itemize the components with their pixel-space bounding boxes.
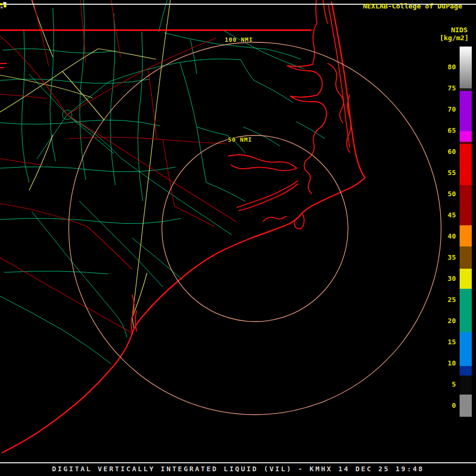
- colorbar-segments: [460, 47, 472, 417]
- colorbar-segment: [460, 332, 472, 366]
- colorbar-segment: [460, 269, 472, 289]
- colorbar-segment: [460, 131, 472, 142]
- road-segment: [67, 115, 236, 222]
- road-segment: [180, 62, 206, 182]
- product-caption: DIGITAL VERTICALLY INTEGRATED LIQUID (VI…: [0, 465, 476, 473]
- river-shoreline: [237, 181, 298, 207]
- highway-segment: [132, 0, 170, 328]
- road-segment: [296, 122, 325, 139]
- road-segment: [267, 49, 301, 59]
- colorbar-tick-label: 30: [437, 274, 456, 283]
- colorbar-tick-label: 35: [437, 253, 456, 262]
- road-segment: [163, 140, 175, 206]
- road-segment: [72, 118, 122, 159]
- colorbar-segment: [460, 185, 472, 225]
- colorbar-tick-label: 15: [437, 338, 456, 346]
- road-segment: [197, 127, 227, 135]
- colorbar-tick-label: 65: [437, 126, 456, 135]
- colorbar-tick-label: 5: [437, 380, 456, 389]
- road-segment: [241, 60, 254, 80]
- road-segment: [108, 59, 241, 82]
- road-segment: [0, 296, 111, 364]
- boundary-segment: [22, 29, 29, 182]
- range-ring-label-50nmi: 50 NMI: [228, 136, 252, 143]
- colorbar-tick-label: 45: [437, 211, 456, 219]
- boundary-segment: [0, 218, 181, 224]
- colorbar-segment: [460, 289, 472, 332]
- coast-segment: [328, 5, 350, 147]
- highway-segment: [132, 273, 147, 317]
- road-segment: [190, 40, 197, 74]
- colorbar-ticks: 80757065605550454035302520151050: [437, 0, 456, 476]
- colorbar-segment: [460, 91, 472, 131]
- river-shoreline: [239, 184, 298, 210]
- colorbar-tick-label: 55: [437, 169, 456, 177]
- road-segment: [32, 212, 113, 312]
- colorbar-tick-label: 40: [437, 232, 456, 241]
- road-segment: [67, 82, 108, 115]
- river-shoreline: [135, 311, 136, 331]
- radar-map: [0, 0, 476, 476]
- road-segment: [79, 201, 163, 287]
- colorbar-segment: [460, 395, 472, 417]
- road-segment: [222, 30, 304, 69]
- colorbar-tick-label: 80: [437, 63, 456, 71]
- colorbar-segment: [460, 225, 472, 246]
- colorbar-tick-label: 75: [437, 84, 456, 93]
- colorbar-segment: [460, 144, 472, 185]
- bottom-frame-line: [0, 462, 476, 463]
- sound-shoreline: [287, 23, 326, 127]
- colorbar-tick-label: 60: [437, 148, 456, 156]
- colorbar-tick-label: 70: [437, 105, 456, 114]
- road-segment: [67, 38, 216, 115]
- road-segment: [87, 226, 132, 269]
- colorbar-tick-label: 20: [437, 317, 456, 325]
- colorbar-segment: [460, 47, 472, 88]
- road-segment: [175, 206, 214, 226]
- road-segment: [29, 74, 67, 115]
- colorbar-tick-label: 0: [437, 401, 456, 410]
- sound-shoreline: [328, 63, 344, 123]
- colorbar-tick-label: 50: [437, 190, 456, 198]
- boundary-segment: [138, 32, 143, 201]
- road-segment: [0, 159, 42, 165]
- river-shoreline: [263, 216, 286, 221]
- road-segment: [111, 0, 121, 57]
- road-segment: [0, 258, 133, 334]
- colorbar-segment: [460, 246, 472, 269]
- road-segment: [206, 182, 245, 202]
- boundary-segment: [4, 271, 108, 274]
- river-shoreline: [231, 165, 297, 171]
- green-road-layer: [0, 0, 325, 364]
- highway-segment: [98, 49, 156, 59]
- road-segment: [113, 312, 127, 337]
- road-segment: [148, 70, 157, 139]
- colorbar-segment: [460, 366, 472, 376]
- highway-segment: [62, 71, 104, 120]
- highway-segment: [0, 75, 93, 98]
- road-segment: [132, 238, 182, 279]
- river-shoreline: [228, 155, 297, 168]
- colorbar-segment: [460, 376, 472, 395]
- road-segment: [159, 0, 167, 32]
- colorbar-tick-label: 10: [437, 359, 456, 368]
- range-ring-50nmi: [162, 135, 348, 322]
- colorbar-tick-label: 25: [437, 296, 456, 304]
- cod-logo-icon: [0, 2, 7, 10]
- road-segment: [254, 80, 293, 103]
- road-segment: [0, 204, 87, 226]
- highway-segment: [29, 135, 53, 190]
- road-segment: [33, 0, 49, 66]
- boundary-segment: [111, 13, 115, 185]
- coastline-layer: [0, 0, 365, 453]
- range-ring-100nmi: [69, 42, 441, 415]
- radar-display: NEXLAB-College of DuPage NIDS [kg/m2] 80…: [0, 0, 476, 476]
- range-ring-label-100nmi: 100 NMI: [225, 36, 253, 43]
- boundary-segment: [3, 49, 115, 53]
- coast-segment: [2, 2, 365, 453]
- range-ring-layer: [69, 42, 441, 415]
